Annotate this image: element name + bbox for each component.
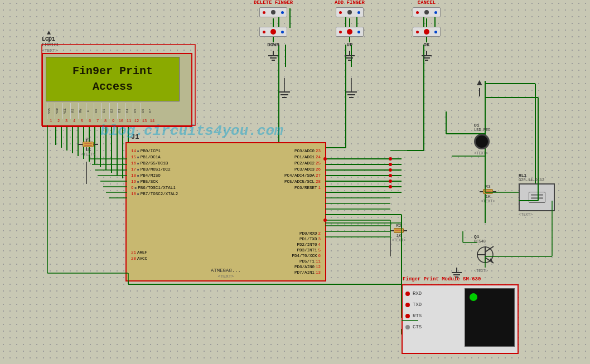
add-finger-label: ADD FINGER: [335, 0, 365, 6]
lcd-text-placeholder: <TEXT>: [42, 48, 192, 53]
q1-transistor: Q1 BC548 <TEXT>: [474, 234, 496, 273]
svg-point-115: [389, 168, 392, 172]
lcd-name-label: LCD1: [42, 36, 192, 42]
svg-point-116: [389, 174, 392, 177]
svg-point-117: [389, 179, 392, 183]
add-finger-group: ADD FINGER UP: [335, 0, 365, 61]
down-label: DOWN: [254, 42, 293, 48]
delete-finger-label: DELETE FINGER: [254, 0, 293, 6]
mcu-model-label: ATMEGA8... <TEXT>: [211, 268, 241, 279]
add-finger-btn-bottom[interactable]: [336, 27, 364, 37]
lcd-display-text: Fin9er Print Access: [72, 64, 153, 95]
fp-module: Finger Print Module SM-630 RXD TXD RTS C…: [402, 284, 519, 354]
delete-finger-btn-bottom[interactable]: [259, 27, 287, 37]
cancel-group: CANCEL OK: [413, 0, 441, 61]
mcu-chip: J1 14■ PB0/ICP1 15■ PB1/DC1A 16■ PB2/SS/…: [125, 142, 326, 282]
cancel-btn-top[interactable]: [413, 7, 441, 17]
delete-finger-group: DELETE FINGER DOWN: [254, 0, 293, 61]
d1-led: D1 LED-RED <TEXT>: [474, 123, 490, 156]
svg-point-114: [389, 163, 392, 166]
r1-component: R1 1K <TEXT>: [78, 137, 98, 157]
rl1-relay: RL1 G2R-14-DC12 <TEXT>: [519, 173, 555, 217]
svg-point-118: [389, 185, 392, 188]
r2-component: R2 1K <TEXT>: [390, 223, 407, 242]
cancel-label: CANCEL: [413, 0, 441, 6]
fp-sensor-screen: [465, 288, 515, 347]
j1-label: J1: [131, 133, 139, 141]
add-finger-btn-top[interactable]: [336, 7, 364, 17]
svg-point-113: [389, 157, 392, 161]
up-label: UP: [335, 42, 365, 48]
lcd-model-label: LM016L: [42, 42, 192, 48]
delete-finger-btn-top[interactable]: [259, 7, 287, 17]
lcd-border: Fin9er Print Access VSS VDD VEE RS RW E …: [42, 53, 192, 127]
power-symbol-1: ▲: [477, 78, 482, 96]
fp-module-title: Finger Print Module SM-630: [403, 276, 481, 282]
ok-label: OK: [413, 42, 441, 48]
cancel-btn-bottom[interactable]: [413, 27, 441, 37]
r3-component: R3 1K <TEXT>: [480, 184, 496, 203]
lcd-screen: Fin9er Print Access: [46, 57, 180, 101]
